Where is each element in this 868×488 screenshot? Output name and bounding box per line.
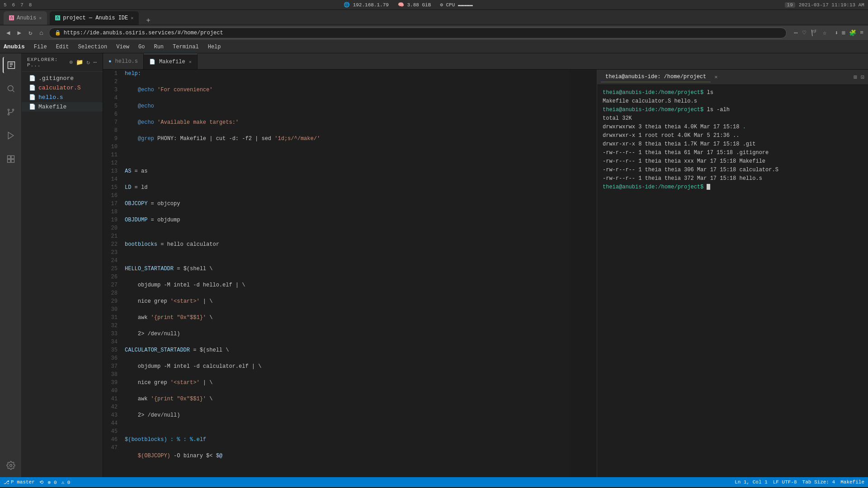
sync-button[interactable]: ⟲ [39, 479, 43, 485]
terminal-line-5: drwxrwxrwx 3 theia theia 4.0K Mar 17 15:… [603, 123, 863, 131]
browser-tab-project[interactable]: 🅰 project — Anubis IDE ✕ [50, 11, 139, 25]
tab-hellos[interactable]: ● hello.s [103, 54, 144, 69]
code-editor[interactable]: 12345 678910 1112131415 1617181920 21222… [103, 70, 597, 477]
tab-makefile[interactable]: 📄 Makefile ✕ [144, 54, 198, 69]
menu-run[interactable]: Run [150, 42, 167, 52]
sidebar: EXPLORER: P... ⊕ 📁 ↻ ⋯ 📄 .gitignore 📄 ca… [22, 53, 103, 477]
svg-rect-10 [11, 160, 14, 163]
activity-extensions[interactable] [3, 151, 19, 167]
status-right: Ln 1, Col 1 LF UTF-8 Tab Size: 4 Makefil… [735, 479, 864, 485]
file-item-makefile[interactable]: 📄 Makefile [22, 102, 103, 112]
activity-explorer[interactable] [3, 57, 19, 73]
collapse-icon[interactable]: ⋯ [93, 59, 97, 66]
terminal-line-6: drwxrwxr-x 1 root root 4.0K Mar 5 21:36 … [603, 131, 863, 140]
menu-selection[interactable]: Selection [74, 42, 111, 52]
svg-point-11 [9, 465, 12, 467]
menu-icon[interactable]: ≡ [860, 29, 863, 37]
memory-status: 🧠 3.88 GiB [398, 2, 431, 8]
reload-button[interactable]: ↻ [27, 29, 34, 37]
refresh-icon[interactable]: ↻ [86, 59, 90, 66]
tab-makefile-close[interactable]: ✕ [189, 59, 192, 65]
minimap [570, 70, 597, 477]
terminal-cursor [707, 184, 710, 190]
download-icon[interactable]: ⬇ [835, 29, 839, 37]
svg-point-3 [12, 109, 14, 110]
editor-tabs: ● hello.s 📄 Makefile ✕ [103, 53, 868, 70]
address-bar[interactable]: 🔒 https://ide.anubis.osiris.services/#/h… [49, 28, 787, 38]
tab-close-project[interactable]: ✕ [131, 15, 133, 21]
taskbar: 5 6 7 8 🌐 192.168.1.79 🧠 3.88 GiB ⚙ CPU … [0, 0, 868, 10]
file-icon-hellos: 📄 [29, 94, 36, 101]
sidebar-header: EXPLORER: P... ⊕ 📁 ↻ ⋯ [22, 53, 103, 72]
encoding[interactable]: LF UTF-8 [773, 479, 797, 485]
terminal-line-12: theia@anubis-ide:/home/project$ [603, 183, 863, 192]
lock-icon: 🔒 [55, 30, 61, 36]
terminal-icons: ⊞ ⊡ [854, 74, 864, 81]
taskbar-center: 🌐 192.168.1.79 🧠 3.88 GiB ⚙ CPU ▬▬▬▬▬ [344, 2, 473, 8]
menu-help[interactable]: Help [204, 42, 225, 52]
activity-git[interactable] [3, 104, 19, 120]
puzzle-icon[interactable]: 🧩 [849, 29, 856, 37]
status-bar: ⎇ P master ⟲ ⊗ 0 ⚠ 0 Ln 1, Col 1 LF UTF-… [0, 477, 868, 487]
home-button[interactable]: ⌂ [38, 29, 45, 37]
nav-bar: ◀ ▶ ↻ ⌂ 🔒 https://ide.anubis.osiris.serv… [0, 25, 868, 41]
terminal-tab-label[interactable]: theia@anubis-ide: /home/project [601, 72, 711, 82]
forward-button[interactable]: ▶ [15, 29, 23, 37]
file-item-calculator[interactable]: 📄 calculator.S [22, 83, 103, 93]
tab-size[interactable]: Tab Size: 4 [802, 479, 835, 485]
activity-search[interactable] [3, 80, 19, 97]
back-button[interactable]: ◀ [5, 29, 12, 37]
file-item-hellos[interactable]: 📄 hello.s [22, 93, 103, 102]
terminal-maximize-icon[interactable]: ⊡ [861, 74, 864, 81]
project-favicon: 🅰 [55, 15, 60, 21]
svg-rect-9 [7, 160, 10, 163]
new-tab-button[interactable]: + [142, 17, 155, 25]
menu-go[interactable]: Go [135, 42, 148, 52]
file-name-hellos: hello.s [38, 94, 63, 101]
code-content: help: @echo 'For convenience' @echo @ech… [121, 70, 570, 477]
taskbar-num-3: 7 [20, 2, 24, 8]
activity-debug[interactable] [3, 127, 19, 144]
ide-logo: Anubis [4, 43, 25, 50]
branch-icon: ⎇ [4, 479, 9, 485]
url-display: https://ide.anubis.osiris.services/#/hom… [64, 30, 223, 36]
grid-icon[interactable]: ⊞ [842, 29, 845, 37]
taskbar-badge: 19 [785, 2, 795, 8]
browser-tab-anubis-label: Anubis [17, 15, 36, 21]
tab-hellos-label: hello.s [115, 58, 138, 65]
terminal-line-3: theia@anubis-ide:/home/project$ ls -alh [603, 106, 863, 114]
menu-view[interactable]: View [113, 42, 133, 52]
menu-terminal[interactable]: Terminal [169, 42, 203, 52]
terminal-line-10: -rw-r--r-- 1 theia theia 306 Mar 17 15:1… [603, 166, 863, 174]
activity-settings[interactable] [3, 457, 19, 474]
terminal-line-7: drwxr-xr-x 8 theia theia 1.7K Mar 17 15:… [603, 140, 863, 149]
tab-close-anubis[interactable]: ✕ [39, 15, 42, 21]
terminal-content[interactable]: theia@anubis-ide:/home/project$ ls Makef… [597, 85, 868, 477]
bookmark-icon[interactable]: ♡ [802, 29, 806, 37]
menu-edit[interactable]: Edit [52, 42, 73, 52]
star-icon[interactable]: ☆ [823, 29, 826, 37]
extensions-icon[interactable]: ⋯ [794, 29, 797, 37]
browser-tab-anubis[interactable]: 🅰 Anubis ✕ [4, 11, 47, 25]
menu-file[interactable]: File [30, 42, 51, 52]
line-col[interactable]: Ln 1, Col 1 [735, 479, 768, 485]
svg-line-1 [12, 90, 14, 92]
ide-body: EXPLORER: P... ⊕ 📁 ↻ ⋯ 📄 .gitignore 📄 ca… [0, 53, 868, 477]
network-status: 🌐 192.168.1.79 [344, 2, 389, 8]
new-folder-icon[interactable]: 📁 [76, 59, 84, 66]
warnings-badge[interactable]: ⚠ 0 [61, 479, 71, 485]
editor-main: 12345 678910 1112131415 1617181920 21222… [103, 70, 868, 477]
git-branch[interactable]: ⎇ P master [4, 479, 35, 485]
editor-area: ● hello.s 📄 Makefile ✕ 12345 678910 1112… [103, 53, 868, 477]
terminal-panel: theia@anubis-ide: /home/project ✕ ⊞ ⊡ th… [597, 70, 868, 477]
errors-badge[interactable]: ⊗ 0 [48, 479, 57, 485]
language-mode[interactable]: Makefile [840, 479, 864, 485]
flag-icon[interactable]: 🏴 [811, 29, 818, 37]
new-file-icon[interactable]: ⊕ [70, 59, 74, 66]
file-icon-makefile: 📄 [29, 103, 36, 110]
terminal-close-icon[interactable]: ✕ [714, 74, 717, 80]
terminal-split-icon[interactable]: ⊞ [854, 74, 857, 81]
svg-point-2 [8, 109, 9, 110]
file-item-gitignore[interactable]: 📄 .gitignore [22, 74, 103, 83]
branch-label: P master [11, 479, 35, 485]
